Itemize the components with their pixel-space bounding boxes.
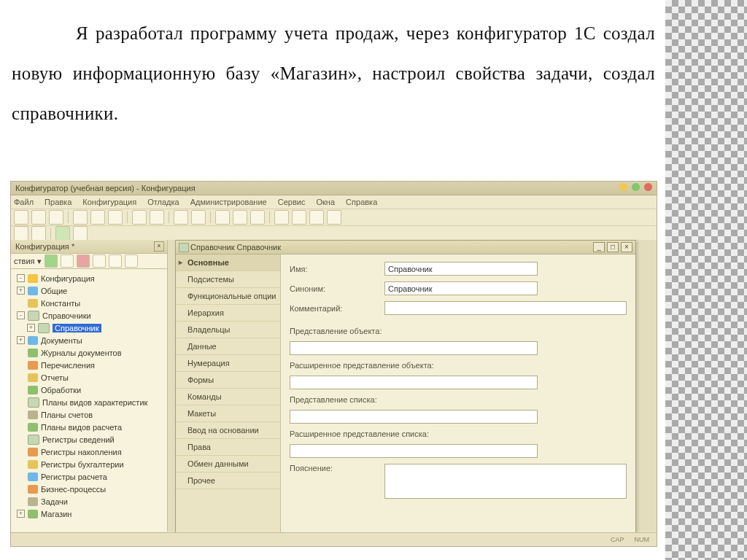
tree-item[interactable]: Обработки xyxy=(12,384,166,396)
propwin-tab[interactable]: Нумерация xyxy=(176,355,280,372)
tool-new-icon[interactable] xyxy=(14,210,28,225)
tool-step-icon[interactable] xyxy=(233,210,247,225)
tree-item[interactable]: Отчеты xyxy=(12,371,166,384)
tool-stop-icon[interactable] xyxy=(250,210,265,225)
propwin-tab[interactable]: Прочее xyxy=(176,472,280,489)
toolbar-main xyxy=(11,209,657,226)
panel-sort-icon[interactable] xyxy=(125,254,138,268)
tree-item[interactable]: +Магазин xyxy=(12,508,166,520)
tool-paste-icon[interactable] xyxy=(108,210,123,225)
explain-textarea[interactable] xyxy=(384,464,627,499)
tree-root[interactable]: -Конфигурация xyxy=(12,272,166,284)
tool-cut-icon[interactable] xyxy=(73,210,88,225)
tree-item[interactable]: Задачи xyxy=(12,495,166,508)
body-paragraph: Я разработал программу учета продаж, чер… xyxy=(12,13,655,133)
synonym-label: Синоним: xyxy=(290,284,384,293)
panel-toolbar: ствия ▾ xyxy=(11,254,167,269)
propwin-tab[interactable]: Команды xyxy=(176,389,280,405)
tree-item[interactable]: Бизнес-процессы xyxy=(12,483,166,495)
comment-label: Комментарий: xyxy=(290,304,384,313)
propwin-tab[interactable]: Ввод на основании xyxy=(176,422,280,439)
extobjrep-input[interactable] xyxy=(290,376,538,389)
propwin-tab[interactable]: Права xyxy=(176,439,280,456)
tree-item[interactable]: +Общие xyxy=(12,284,166,297)
panel-down-icon[interactable] xyxy=(109,254,122,268)
tool-help-icon[interactable] xyxy=(292,210,306,225)
propwin-tab[interactable]: Обмен данными xyxy=(176,456,280,472)
tree-item[interactable]: Регистры накопления xyxy=(12,446,166,458)
tool2-c-icon[interactable] xyxy=(73,226,88,241)
close-icon[interactable] xyxy=(644,183,652,191)
panel-add-icon[interactable] xyxy=(44,254,58,268)
toolbar-secondary xyxy=(11,226,657,241)
menu-help[interactable]: Справка xyxy=(346,198,377,206)
propwin-tab[interactable]: Макеты xyxy=(176,405,280,422)
tree-item[interactable]: Константы xyxy=(12,297,166,309)
tool-calendar-icon[interactable] xyxy=(309,210,324,225)
menubar: Файл Правка Конфигурация Отладка Админис… xyxy=(11,195,657,209)
tree-item[interactable]: Регистры расчета xyxy=(12,470,166,483)
actions-dropdown[interactable]: ствия ▾ xyxy=(14,257,42,266)
minimize-icon[interactable] xyxy=(619,183,627,191)
extobjrep-label: Расширенное представление объекта: xyxy=(290,361,434,370)
propwin-tab[interactable]: Иерархия xyxy=(176,305,280,322)
tool-info-icon[interactable] xyxy=(327,210,341,225)
tree-item[interactable]: Регистры сведений xyxy=(12,433,166,446)
extlistrep-input[interactable] xyxy=(290,444,538,458)
propwin-maximize-icon[interactable]: □ xyxy=(607,242,619,252)
menu-edit[interactable]: Правка xyxy=(44,198,71,206)
panel-close-icon[interactable]: × xyxy=(154,241,164,252)
propwin-tab[interactable]: Данные xyxy=(176,338,280,355)
extlistrep-label: Расширенное представление списка: xyxy=(290,429,429,438)
menu-file[interactable]: Файл xyxy=(14,198,34,206)
panel-del-icon[interactable] xyxy=(77,254,90,268)
menu-windows[interactable]: Окна xyxy=(316,198,335,206)
tree-item[interactable]: -Справочники xyxy=(12,309,166,322)
tool-redo-icon[interactable] xyxy=(150,210,164,225)
status-cap: CAP xyxy=(611,536,624,543)
propwin-tab[interactable]: Формы xyxy=(176,372,280,389)
tool-open-icon[interactable] xyxy=(31,210,46,225)
propwin-tab[interactable]: Основные xyxy=(176,254,280,271)
synonym-input[interactable] xyxy=(384,281,538,295)
tool-run-icon[interactable] xyxy=(215,210,230,225)
propwin-tab[interactable]: Подсистемы xyxy=(176,271,280,288)
propwin-minimize-icon[interactable]: _ xyxy=(593,242,605,252)
panel-edit-icon[interactable] xyxy=(61,254,74,268)
tree-item[interactable]: Планы счетов xyxy=(12,408,166,421)
tool-find-icon[interactable] xyxy=(174,210,188,225)
status-num: NUM xyxy=(635,536,650,543)
tool2-play-icon[interactable] xyxy=(55,226,70,241)
objrep-input[interactable] xyxy=(290,341,538,355)
tree-item[interactable]: Планы видов характеристик xyxy=(12,396,166,408)
menu-debug[interactable]: Отладка xyxy=(147,198,179,206)
app-titlebar: Конфигуратор (учебная версия) - Конфигур… xyxy=(11,182,657,195)
tool2-b-icon[interactable] xyxy=(31,226,46,241)
tool-undo-icon[interactable] xyxy=(132,210,147,225)
propwin-tab[interactable]: Владельцы xyxy=(176,322,280,338)
propwin-close-icon[interactable]: × xyxy=(621,242,632,252)
menu-admin[interactable]: Администрирование xyxy=(190,198,267,206)
maximize-icon[interactable] xyxy=(632,183,640,191)
listrep-input[interactable] xyxy=(290,410,538,424)
tree-item[interactable]: Регистры бухгалтерии xyxy=(12,458,166,470)
tree-item[interactable]: +Справочник xyxy=(12,322,166,334)
tool-syntax-icon[interactable] xyxy=(274,210,289,225)
tree-item[interactable]: Журналы документов xyxy=(12,346,166,359)
comment-input[interactable] xyxy=(384,301,627,315)
tool-copy-icon[interactable] xyxy=(90,210,105,225)
tree-item[interactable]: +Документы xyxy=(12,334,166,346)
config-tree[interactable]: -Конфигурация+ОбщиеКонстанты-Справочники… xyxy=(11,269,167,532)
propwin-tab[interactable]: Функциональные опции xyxy=(176,288,280,305)
tree-item[interactable]: Перечисления xyxy=(12,359,166,371)
tree-item[interactable]: Планы видов расчета xyxy=(12,421,166,433)
property-window: Справочник Справочник _ □ × ОсновныеПодс… xyxy=(175,240,636,547)
tool2-a-icon[interactable] xyxy=(14,226,28,241)
listrep-label: Представление списка: xyxy=(290,395,377,404)
name-input[interactable] xyxy=(384,262,538,276)
menu-service[interactable]: Сервис xyxy=(278,198,306,206)
panel-up-icon[interactable] xyxy=(93,254,106,268)
menu-config[interactable]: Конфигурация xyxy=(82,198,136,206)
tool-save-icon[interactable] xyxy=(49,210,63,225)
tool-binoc-icon[interactable] xyxy=(191,210,206,225)
